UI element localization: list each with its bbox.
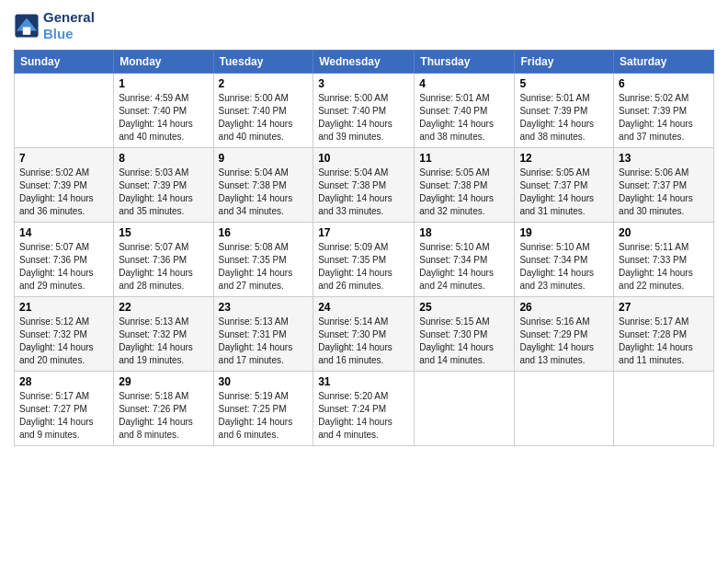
calendar-cell: 18Sunrise: 5:10 AMSunset: 7:34 PMDayligh… <box>415 223 515 297</box>
day-number: 11 <box>419 152 509 165</box>
day-info: Sunrise: 5:08 AMSunset: 7:35 PMDaylight:… <box>219 241 309 293</box>
day-info: Sunrise: 5:00 AMSunset: 7:40 PMDaylight:… <box>219 92 309 144</box>
day-info: Sunrise: 5:07 AMSunset: 7:36 PMDaylight:… <box>19 241 108 293</box>
calendar-cell: 24Sunrise: 5:14 AMSunset: 7:30 PMDayligh… <box>313 297 415 372</box>
day-info: Sunrise: 5:09 AMSunset: 7:35 PMDaylight:… <box>318 241 409 293</box>
day-info: Sunrise: 5:16 AMSunset: 7:29 PMDaylight:… <box>519 316 609 367</box>
calendar-week-4: 21Sunrise: 5:12 AMSunset: 7:32 PMDayligh… <box>15 297 714 372</box>
calendar-cell: 30Sunrise: 5:19 AMSunset: 7:25 PMDayligh… <box>213 372 313 446</box>
calendar-cell: 7Sunrise: 5:02 AMSunset: 7:39 PMDaylight… <box>15 148 114 223</box>
calendar-cell: 31Sunrise: 5:20 AMSunset: 7:24 PMDayligh… <box>313 372 415 446</box>
calendar-week-5: 28Sunrise: 5:17 AMSunset: 7:27 PMDayligh… <box>15 372 714 446</box>
day-number: 29 <box>119 375 208 388</box>
day-info: Sunrise: 5:17 AMSunset: 7:27 PMDaylight:… <box>19 390 108 442</box>
calendar-cell: 4Sunrise: 5:01 AMSunset: 7:40 PMDaylight… <box>415 74 515 148</box>
day-info: Sunrise: 5:13 AMSunset: 7:32 PMDaylight:… <box>119 316 208 367</box>
calendar-cell <box>614 372 714 446</box>
day-number: 18 <box>419 226 509 239</box>
calendar-cell: 16Sunrise: 5:08 AMSunset: 7:35 PMDayligh… <box>213 223 313 297</box>
calendar-cell: 28Sunrise: 5:17 AMSunset: 7:27 PMDayligh… <box>15 372 114 446</box>
day-number: 23 <box>219 301 309 314</box>
day-info: Sunrise: 5:10 AMSunset: 7:34 PMDaylight:… <box>519 241 609 293</box>
day-number: 9 <box>219 152 309 165</box>
header: General Blue <box>14 9 714 42</box>
day-info: Sunrise: 5:19 AMSunset: 7:25 PMDaylight:… <box>219 390 309 442</box>
day-info: Sunrise: 5:01 AMSunset: 7:39 PMDaylight:… <box>519 92 609 144</box>
logo-text: General Blue <box>43 9 95 42</box>
svg-rect-2 <box>23 27 30 34</box>
calendar-cell: 11Sunrise: 5:05 AMSunset: 7:38 PMDayligh… <box>415 148 515 223</box>
day-number: 12 <box>519 152 609 165</box>
day-info: Sunrise: 5:02 AMSunset: 7:39 PMDaylight:… <box>19 167 108 218</box>
weekday-header-saturday: Saturday <box>614 51 714 74</box>
day-info: Sunrise: 5:12 AMSunset: 7:32 PMDaylight:… <box>19 316 108 367</box>
calendar-cell: 25Sunrise: 5:15 AMSunset: 7:30 PMDayligh… <box>415 297 515 372</box>
day-info: Sunrise: 5:10 AMSunset: 7:34 PMDaylight:… <box>419 241 509 293</box>
calendar-cell: 22Sunrise: 5:13 AMSunset: 7:32 PMDayligh… <box>114 297 213 372</box>
calendar-cell: 5Sunrise: 5:01 AMSunset: 7:39 PMDaylight… <box>515 74 614 148</box>
page: General Blue SundayMondayTuesdayWednesda… <box>0 0 728 563</box>
calendar-cell: 19Sunrise: 5:10 AMSunset: 7:34 PMDayligh… <box>515 223 614 297</box>
day-number: 3 <box>318 77 409 90</box>
calendar-cell <box>15 74 114 148</box>
day-info: Sunrise: 5:17 AMSunset: 7:28 PMDaylight:… <box>619 316 709 367</box>
calendar-cell: 20Sunrise: 5:11 AMSunset: 7:33 PMDayligh… <box>614 223 714 297</box>
day-info: Sunrise: 5:18 AMSunset: 7:26 PMDaylight:… <box>119 390 208 442</box>
day-info: Sunrise: 5:07 AMSunset: 7:36 PMDaylight:… <box>119 241 208 293</box>
weekday-header-wednesday: Wednesday <box>313 51 415 74</box>
logo-area: General Blue <box>14 9 95 42</box>
calendar-cell: 26Sunrise: 5:16 AMSunset: 7:29 PMDayligh… <box>515 297 614 372</box>
day-number: 27 <box>619 301 709 314</box>
day-number: 5 <box>519 77 609 90</box>
day-number: 10 <box>318 152 409 165</box>
calendar-week-1: 1Sunrise: 4:59 AMSunset: 7:40 PMDaylight… <box>15 74 714 148</box>
calendar-cell: 13Sunrise: 5:06 AMSunset: 7:37 PMDayligh… <box>614 148 714 223</box>
day-number: 13 <box>619 152 709 165</box>
calendar-header-row: SundayMondayTuesdayWednesdayThursdayFrid… <box>15 51 714 74</box>
day-number: 15 <box>119 226 208 239</box>
calendar-cell: 23Sunrise: 5:13 AMSunset: 7:31 PMDayligh… <box>213 297 313 372</box>
calendar-cell: 15Sunrise: 5:07 AMSunset: 7:36 PMDayligh… <box>114 223 213 297</box>
calendar-cell: 14Sunrise: 5:07 AMSunset: 7:36 PMDayligh… <box>15 223 114 297</box>
day-number: 24 <box>318 301 409 314</box>
calendar-cell <box>515 372 614 446</box>
day-info: Sunrise: 5:04 AMSunset: 7:38 PMDaylight:… <box>219 167 309 218</box>
day-number: 2 <box>219 77 309 90</box>
day-info: Sunrise: 5:20 AMSunset: 7:24 PMDaylight:… <box>318 390 409 442</box>
weekday-header-sunday: Sunday <box>15 51 114 74</box>
day-number: 19 <box>519 226 609 239</box>
day-number: 7 <box>19 152 108 165</box>
day-number: 14 <box>19 226 108 239</box>
day-info: Sunrise: 5:02 AMSunset: 7:39 PMDaylight:… <box>619 92 709 144</box>
calendar-cell: 8Sunrise: 5:03 AMSunset: 7:39 PMDaylight… <box>114 148 213 223</box>
calendar-week-2: 7Sunrise: 5:02 AMSunset: 7:39 PMDaylight… <box>15 148 714 223</box>
calendar-cell: 12Sunrise: 5:05 AMSunset: 7:37 PMDayligh… <box>515 148 614 223</box>
day-number: 30 <box>219 375 309 388</box>
day-number: 1 <box>119 77 208 90</box>
day-number: 4 <box>419 77 509 90</box>
day-info: Sunrise: 5:03 AMSunset: 7:39 PMDaylight:… <box>119 167 208 218</box>
day-number: 25 <box>419 301 509 314</box>
day-number: 31 <box>318 375 409 388</box>
calendar-cell: 6Sunrise: 5:02 AMSunset: 7:39 PMDaylight… <box>614 74 714 148</box>
day-info: Sunrise: 5:04 AMSunset: 7:38 PMDaylight:… <box>318 167 409 218</box>
weekday-header-tuesday: Tuesday <box>213 51 313 74</box>
day-info: Sunrise: 5:05 AMSunset: 7:38 PMDaylight:… <box>419 167 509 218</box>
day-info: Sunrise: 5:14 AMSunset: 7:30 PMDaylight:… <box>318 316 409 367</box>
calendar-cell: 9Sunrise: 5:04 AMSunset: 7:38 PMDaylight… <box>213 148 313 223</box>
day-info: Sunrise: 5:06 AMSunset: 7:37 PMDaylight:… <box>619 167 709 218</box>
day-info: Sunrise: 5:00 AMSunset: 7:40 PMDaylight:… <box>318 92 409 144</box>
weekday-header-monday: Monday <box>114 51 213 74</box>
calendar-table: SundayMondayTuesdayWednesdayThursdayFrid… <box>14 50 714 446</box>
calendar-cell: 10Sunrise: 5:04 AMSunset: 7:38 PMDayligh… <box>313 148 415 223</box>
weekday-header-friday: Friday <box>515 51 614 74</box>
day-number: 6 <box>619 77 709 90</box>
calendar-cell: 27Sunrise: 5:17 AMSunset: 7:28 PMDayligh… <box>614 297 714 372</box>
day-info: Sunrise: 5:13 AMSunset: 7:31 PMDaylight:… <box>219 316 309 367</box>
calendar-cell: 17Sunrise: 5:09 AMSunset: 7:35 PMDayligh… <box>313 223 415 297</box>
calendar-cell: 2Sunrise: 5:00 AMSunset: 7:40 PMDaylight… <box>213 74 313 148</box>
calendar-cell: 1Sunrise: 4:59 AMSunset: 7:40 PMDaylight… <box>114 74 213 148</box>
day-info: Sunrise: 4:59 AMSunset: 7:40 PMDaylight:… <box>119 92 208 144</box>
calendar-cell: 3Sunrise: 5:00 AMSunset: 7:40 PMDaylight… <box>313 74 415 148</box>
calendar-cell <box>415 372 515 446</box>
